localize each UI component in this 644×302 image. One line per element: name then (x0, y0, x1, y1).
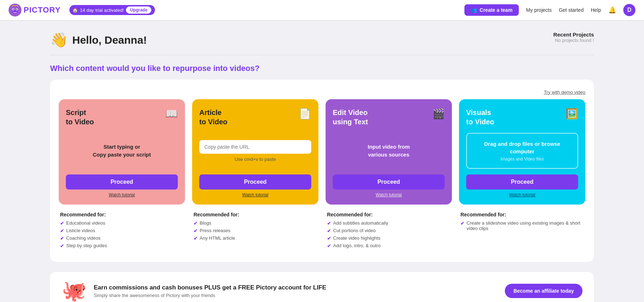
watch-tutorial-article[interactable]: Watch tutorial (199, 192, 311, 197)
card-header: Script to Video 📖 (66, 108, 178, 126)
nav-help[interactable]: Help (591, 7, 601, 13)
affiliate-button[interactable]: Become an affiliate today (505, 284, 582, 298)
cards-wrapper: Try with demo video Script to Video 📖 St… (50, 80, 594, 262)
trial-badge: 🏠 14 day trial activated! Upgrade (69, 5, 155, 15)
create-team-button[interactable]: 👥 Create a team (464, 4, 519, 16)
section-question: Which content would you like to repurpos… (50, 64, 594, 73)
people-icon: 👥 (471, 7, 477, 13)
watch-tutorial-script[interactable]: Watch tutorial (66, 192, 178, 197)
card-body-edit: Input video from various sources (333, 133, 445, 169)
logo-icon (9, 4, 21, 16)
watch-tutorial-edit[interactable]: Watch tutorial (333, 192, 445, 197)
bell-icon[interactable]: 🔔 (608, 6, 616, 14)
affiliate-banner: 🐙 Earn commissions and cash bonuses PLUS… (50, 272, 594, 302)
list-item: ✔ Coaching videos (60, 235, 184, 241)
check-icon: ✔ (60, 236, 64, 241)
recommended-col-3: Recommended for: ✔ Create a slideshow vi… (459, 212, 585, 250)
check-icon: ✔ (60, 228, 64, 234)
check-icon: ✔ (327, 236, 331, 241)
card-article-to-video: Article to Video 📄 Use cmd+v to paste Pr… (192, 99, 318, 205)
card-header-edit: Edit Video using Text 🎬 (333, 108, 445, 126)
list-item: ✔ Press releases (194, 228, 317, 234)
check-icon: ✔ (194, 221, 197, 226)
nav-get-started[interactable]: Get started (559, 7, 584, 13)
nav-my-projects[interactable]: My projects (526, 7, 552, 13)
list-item: ✔ Any HTML article (194, 235, 317, 241)
drop-zone-sub-text: Images and Video files (472, 157, 572, 162)
logo-text: PICTORY (24, 5, 61, 15)
recommended-title-2: Recommended for: (327, 212, 450, 217)
list-item: ✔ Add subtitles automatically (327, 220, 450, 226)
proceed-button-visuals[interactable]: Proceed (466, 174, 578, 190)
avatar[interactable]: D (623, 4, 635, 16)
script-icon: 📖 (165, 108, 178, 120)
svg-point-5 (16, 9, 18, 10)
recommended-title-1: Recommended for: (194, 212, 317, 217)
card-title-visuals: Visuals to Video (466, 108, 494, 126)
card-title-edit: Edit Video using Text (333, 108, 368, 126)
recent-projects-title: Recent Projects (553, 32, 594, 38)
list-item: ✔ Blogs (194, 220, 317, 226)
card-header-visuals: Visuals to Video 🖼️ (466, 108, 578, 126)
card-script-to-video: Script to Video 📖 Start typing or Copy p… (59, 99, 185, 205)
drop-zone[interactable]: Drag and drop files or browse computer I… (466, 133, 578, 169)
recommended-grid: Recommended for: ✔ Educational videos ✔ … (59, 212, 585, 250)
list-item: ✔ Listicle videos (60, 228, 184, 234)
recommended-col-2: Recommended for: ✔ Add subtitles automat… (326, 212, 452, 250)
svg-point-4 (13, 9, 14, 10)
check-icon: ✔ (60, 243, 64, 249)
recommended-title-3: Recommended for: (460, 212, 584, 217)
check-icon: ✔ (60, 221, 64, 226)
proceed-button-script[interactable]: Proceed (66, 174, 178, 190)
card-visuals-to-video: Visuals to Video 🖼️ Drag and drop files … (459, 99, 585, 205)
logo: PICTORY (9, 4, 61, 16)
affiliate-text: Earn commissions and cash bonuses PLUS g… (94, 284, 498, 298)
check-icon: ✔ (460, 221, 464, 226)
top-row: 👋 Hello, Deanna! Recent Projects No proj… (50, 32, 594, 48)
list-item: ✔ Create a slideshow video using existin… (460, 220, 584, 231)
recommended-title-0: Recommended for: (60, 212, 184, 217)
watch-tutorial-visuals[interactable]: Watch tutorial (466, 192, 578, 197)
header-right: 👥 Create a team My projects Get started … (464, 4, 635, 16)
card-body-visuals: Drag and drop files or browse computer I… (466, 133, 578, 169)
greeting-text: Hello, Deanna! (72, 34, 147, 46)
list-item: ✔ Cut portions of video (327, 228, 450, 234)
header: PICTORY 🏠 14 day trial activated! Upgrad… (0, 0, 644, 20)
card-body-article: Use cmd+v to paste (199, 133, 311, 169)
demo-link-row: Try with demo video (59, 90, 585, 95)
greeting-area: 👋 Hello, Deanna! (50, 32, 147, 48)
check-icon: ✔ (327, 243, 331, 249)
proceed-button-edit[interactable]: Proceed (333, 174, 445, 190)
url-input[interactable] (204, 144, 306, 150)
divider (50, 55, 594, 55)
recent-projects-panel: Recent Projects No projects found ! (553, 32, 594, 43)
no-projects-status: No projects found ! (553, 38, 594, 43)
card-body-script: Start typing or Copy paste your script (66, 133, 178, 169)
card-title-article: Article to Video (199, 108, 228, 126)
list-item: ✔ Create video highlights (327, 235, 450, 241)
card-header-article: Article to Video 📄 (199, 108, 311, 126)
list-item: ✔ Step by step guides (60, 243, 184, 249)
edit-video-icon: 🎬 (432, 108, 445, 120)
card-edit-video: Edit Video using Text 🎬 Input video from… (326, 99, 452, 205)
visuals-icon: 🖼️ (566, 108, 578, 120)
demo-link[interactable]: Try with demo video (544, 90, 585, 95)
recommended-col-0: Recommended for: ✔ Educational videos ✔ … (59, 212, 185, 250)
check-icon: ✔ (194, 236, 197, 241)
edit-video-desc: Input video from various sources (368, 143, 410, 159)
card-title-script: Script to Video (66, 108, 94, 126)
list-item: ✔ Add logo, intro, & outro (327, 243, 450, 249)
upgrade-button[interactable]: Upgrade (126, 6, 151, 14)
drop-zone-main-text: Drag and drop files or browse computer (472, 140, 572, 155)
affiliate-mascot: 🐙 (62, 279, 87, 302)
affiliate-main-text: Earn commissions and cash bonuses PLUS g… (94, 284, 498, 291)
wave-emoji: 👋 (50, 32, 68, 48)
article-icon: 📄 (299, 108, 311, 120)
main-content: 👋 Hello, Deanna! Recent Projects No proj… (36, 20, 608, 302)
check-icon: ✔ (194, 228, 197, 234)
url-input-wrapper (199, 140, 311, 154)
proceed-button-article[interactable]: Proceed (199, 174, 311, 190)
check-icon: ✔ (327, 221, 331, 226)
home-icon: 🏠 (72, 8, 78, 13)
trial-text: 14 day trial activated! (80, 8, 124, 13)
